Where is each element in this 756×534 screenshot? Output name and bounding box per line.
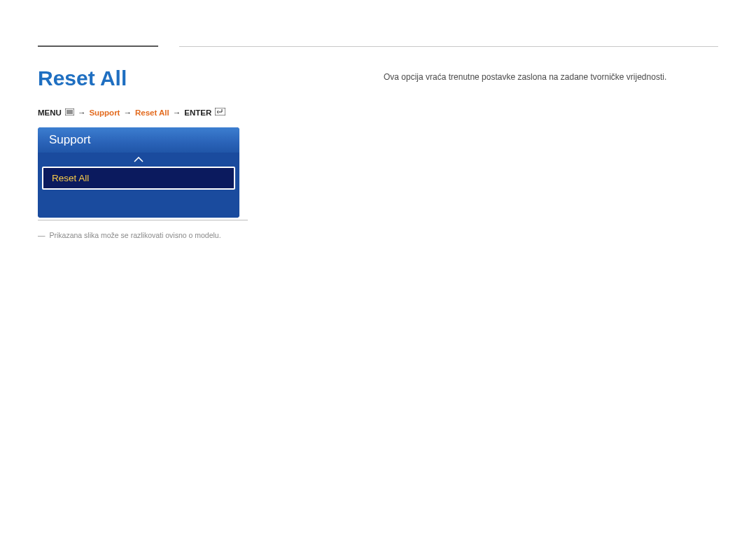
breadcrumb-menu-label: MENU [38, 108, 62, 117]
menu-icon [65, 108, 74, 117]
breadcrumb: MENU → Support → Reset All → ENTER [38, 108, 225, 117]
osd-scroll-up[interactable] [38, 153, 239, 167]
disclaimer-dash: ― [38, 231, 46, 239]
breadcrumb-support: Support [89, 108, 120, 117]
osd-panel: Support Reset All [38, 127, 239, 218]
disclaimer: ― Prikazana slika može se razlikovati ov… [38, 231, 221, 239]
enter-icon [215, 108, 225, 117]
chevron-up-icon [134, 155, 144, 164]
image-divider [38, 220, 248, 220]
breadcrumb-arrow-1: → [78, 108, 86, 117]
top-accent-bar [38, 45, 158, 47]
breadcrumb-arrow-2: → [123, 108, 132, 117]
disclaimer-text: Prikazana slika može se razlikovati ovis… [50, 231, 221, 239]
osd-header: Support [38, 127, 239, 153]
breadcrumb-reset-all: Reset All [135, 108, 169, 117]
breadcrumb-enter-label: ENTER [184, 108, 211, 117]
description-text: Ova opcija vraća trenutne postavke zaslo… [384, 72, 666, 82]
osd-bottom-pad [38, 194, 239, 218]
osd-item-reset-all[interactable]: Reset All [42, 167, 235, 190]
top-rule [179, 46, 718, 47]
page-title: Reset All [38, 66, 127, 90]
breadcrumb-arrow-3: → [173, 108, 181, 117]
